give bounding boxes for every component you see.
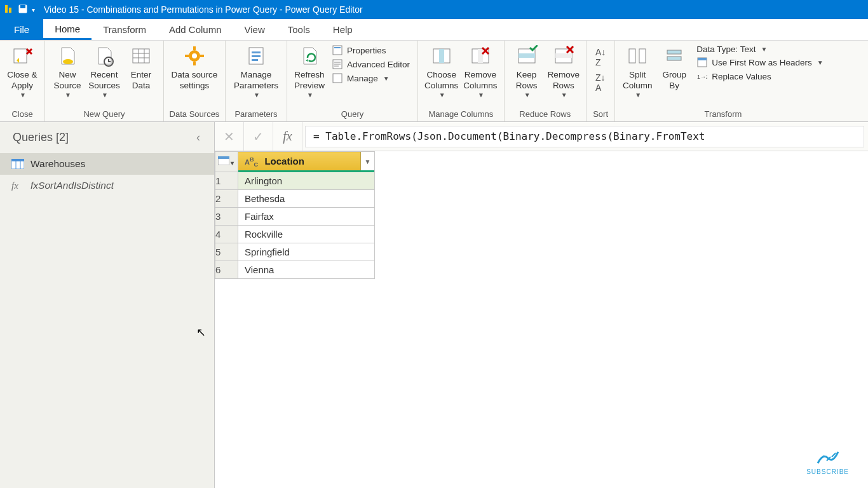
manage-icon bbox=[332, 72, 343, 84]
group-query: Refresh Preview▼ Properties Advanced Edi… bbox=[287, 41, 418, 121]
choose-columns-button[interactable]: Choose Columns▼ bbox=[422, 43, 461, 100]
column-filter-button[interactable]: ▼ bbox=[360, 152, 374, 172]
data-source-settings-button[interactable]: Data source settings bbox=[168, 43, 221, 93]
cursor-icon: ↖ bbox=[196, 325, 206, 339]
group-label-close: Close bbox=[0, 108, 44, 121]
enter-data-icon bbox=[130, 44, 153, 67]
group-label-transform: Transform bbox=[615, 108, 831, 121]
table-row[interactable]: 3Fairfax bbox=[215, 208, 375, 226]
svg-rect-10 bbox=[133, 49, 149, 63]
manage-button[interactable]: Manage▼ bbox=[332, 72, 410, 84]
ribbon: Close & Apply▼ Close New Source▼ Recent … bbox=[0, 41, 868, 122]
row-number: 6 bbox=[215, 261, 238, 279]
group-label-manage-columns: Manage Columns bbox=[418, 108, 504, 121]
collapse-queries-button[interactable]: ‹ bbox=[191, 128, 205, 147]
enter-data-button[interactable]: Enter Data bbox=[123, 43, 159, 93]
recent-sources-icon bbox=[93, 44, 116, 67]
cell[interactable]: Arlington bbox=[238, 172, 375, 190]
table-row[interactable]: 4Rockville bbox=[215, 226, 375, 243]
group-label-reduce-rows: Reduce Rows bbox=[505, 108, 586, 121]
commit-formula-button[interactable]: ✓ bbox=[244, 122, 273, 151]
svg-rect-52 bbox=[11, 159, 24, 161]
svg-text:1→2: 1→2 bbox=[697, 74, 707, 80]
cell[interactable]: Springfield bbox=[238, 243, 375, 261]
group-label-data-sources: Data Sources bbox=[164, 108, 225, 121]
fx-button[interactable]: fx bbox=[273, 122, 302, 151]
choose-columns-icon bbox=[430, 44, 453, 67]
data-type-button[interactable]: Data Type: Text▼ bbox=[696, 44, 823, 54]
app-icon bbox=[4, 4, 14, 16]
remove-columns-button[interactable]: Remove Columns▼ bbox=[461, 43, 499, 100]
title-bar: ▾ Video 15 - Combinations and Permutatio… bbox=[0, 0, 868, 19]
formula-input[interactable]: = Table.FromRows(Json.Document(Binary.De… bbox=[305, 126, 864, 147]
cell[interactable]: Bethesda bbox=[238, 190, 375, 208]
advanced-editor-icon bbox=[332, 58, 343, 70]
keep-rows-button[interactable]: Keep Rows▼ bbox=[508, 43, 545, 100]
cell[interactable]: Fairfax bbox=[238, 208, 375, 226]
svg-rect-41 bbox=[555, 53, 572, 58]
new-source-icon bbox=[56, 44, 79, 67]
formula-bar: ✕ ✓ fx = Table.FromRows(Json.Document(Bi… bbox=[215, 122, 868, 151]
group-by-button[interactable]: Group By bbox=[656, 43, 693, 93]
table-icon bbox=[11, 159, 24, 169]
tab-view[interactable]: View bbox=[233, 19, 276, 40]
svg-rect-47 bbox=[667, 57, 681, 60]
new-source-button[interactable]: New Source▼ bbox=[49, 43, 86, 100]
recent-sources-button[interactable]: Recent Sources▼ bbox=[86, 43, 123, 100]
split-column-icon bbox=[626, 44, 649, 67]
content-pane: ✕ ✓ fx = Table.FromRows(Json.Document(Bi… bbox=[215, 122, 868, 488]
advanced-editor-button[interactable]: Advanced Editor bbox=[332, 58, 410, 70]
properties-icon bbox=[332, 44, 343, 56]
table-row[interactable]: 5Springfield bbox=[215, 243, 375, 261]
group-parameters: Manage Parameters▼ Parameters bbox=[226, 41, 287, 121]
row-number: 3 bbox=[215, 208, 238, 226]
tab-file[interactable]: File bbox=[0, 19, 43, 40]
svg-rect-46 bbox=[667, 50, 681, 54]
table-corner-button[interactable]: ▾ bbox=[215, 152, 238, 172]
tab-tools[interactable]: Tools bbox=[276, 19, 322, 40]
remove-rows-button[interactable]: Remove Rows▼ bbox=[545, 43, 582, 100]
first-row-headers-button[interactable]: Use First Row as Headers▼ bbox=[696, 57, 823, 68]
query-item-warehouses[interactable]: Warehouses bbox=[0, 153, 214, 175]
tab-transform[interactable]: Transform bbox=[92, 19, 158, 40]
row-number: 1 bbox=[215, 172, 238, 190]
svg-rect-4 bbox=[20, 5, 25, 8]
group-reduce-rows: Keep Rows▼ Remove Rows▼ Reduce Rows bbox=[505, 41, 587, 121]
table-row[interactable]: 1Arlington bbox=[215, 172, 375, 190]
query-item-fxsortandisdistinct[interactable]: fx fxSortAndIsDistinct bbox=[0, 175, 214, 196]
svg-rect-5 bbox=[14, 49, 27, 63]
group-by-icon bbox=[663, 44, 686, 67]
svg-rect-26 bbox=[334, 47, 341, 48]
column-header-location[interactable]: ABC Location ▼ bbox=[238, 152, 375, 172]
cancel-formula-button[interactable]: ✕ bbox=[215, 122, 244, 151]
svg-point-16 bbox=[192, 53, 197, 58]
svg-rect-39 bbox=[519, 53, 535, 58]
tab-home[interactable]: Home bbox=[43, 19, 92, 40]
refresh-preview-button[interactable]: Refresh Preview▼ bbox=[291, 43, 328, 100]
manage-parameters-button[interactable]: Manage Parameters▼ bbox=[229, 43, 283, 100]
group-transform: Split Column▼ Group By Data Type: Text▼ … bbox=[615, 41, 831, 121]
sort-desc-button[interactable]: Z↓A bbox=[595, 72, 606, 93]
window-title: Video 15 - Combinations and Permutations… bbox=[39, 4, 363, 15]
text-type-icon: ABC bbox=[245, 156, 258, 168]
svg-rect-49 bbox=[698, 58, 707, 60]
group-new-query: New Source▼ Recent Sources▼ Enter Data N… bbox=[45, 41, 164, 121]
gear-icon bbox=[183, 44, 206, 67]
sort-asc-button[interactable]: A↓Z bbox=[595, 47, 606, 67]
properties-button[interactable]: Properties bbox=[332, 44, 410, 56]
table-row[interactable]: 2Bethesda bbox=[215, 190, 375, 208]
close-apply-icon bbox=[11, 44, 34, 67]
tab-help[interactable]: Help bbox=[322, 19, 364, 40]
group-label-parameters: Parameters bbox=[226, 108, 287, 121]
table-row[interactable]: 6Vienna bbox=[215, 261, 375, 279]
cell[interactable]: Rockville bbox=[238, 226, 375, 243]
query-item-label: fxSortAndIsDistinct bbox=[31, 180, 114, 191]
close-apply-button[interactable]: Close & Apply▼ bbox=[4, 43, 41, 100]
tab-add-column[interactable]: Add Column bbox=[158, 19, 233, 40]
svg-rect-35 bbox=[478, 49, 483, 63]
cell[interactable]: Vienna bbox=[238, 261, 375, 279]
qat-dropdown-icon[interactable]: ▾ bbox=[32, 6, 35, 13]
save-icon[interactable] bbox=[18, 4, 28, 16]
split-column-button[interactable]: Split Column▼ bbox=[619, 43, 656, 100]
replace-values-button[interactable]: 1→2 Replace Values bbox=[696, 71, 823, 82]
